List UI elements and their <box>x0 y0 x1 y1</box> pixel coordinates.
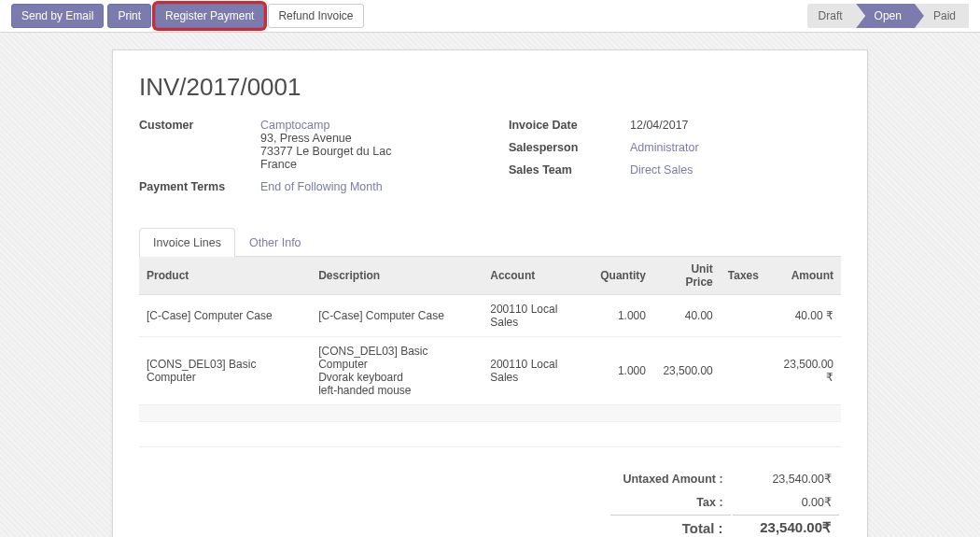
tab-invoice-lines[interactable]: Invoice Lines <box>139 228 235 257</box>
salesperson-label: Salesperson <box>509 141 630 154</box>
invoice-sheet: INV/2017/0001 Customer Camptocamp 93, Pr… <box>112 49 868 537</box>
totals-area: Untaxed Amount : 23,540.00₹ Tax : 0.00₹ … <box>139 446 841 537</box>
status-trail: Draft Open Paid <box>807 4 969 28</box>
cell-account: 200110 Local Sales <box>483 295 593 337</box>
cell-quantity: 1.000 <box>593 337 653 405</box>
cell-account: 200110 Local Sales <box>483 337 593 405</box>
untaxed-label: Untaxed Amount : <box>610 468 730 489</box>
customer-link[interactable]: Camptocamp <box>260 119 329 132</box>
untaxed-value: 23,540.00₹ <box>733 468 839 489</box>
toolbar: Send by Email Print Register Payment Ref… <box>0 0 980 33</box>
cell-unit-price: 23,500.00 <box>653 337 721 405</box>
page-title: INV/2017/0001 <box>139 73 841 102</box>
col-taxes: Taxes <box>721 257 766 295</box>
cell-amount: 40.00 ₹ <box>766 295 841 337</box>
col-description: Description <box>311 257 483 295</box>
cell-description: [CONS_DEL03] Basic Computer Dvorak keybo… <box>311 337 483 405</box>
payment-terms-label: Payment Terms <box>139 180 260 193</box>
col-product: Product <box>139 257 311 295</box>
tax-value: 0.00₹ <box>733 491 839 513</box>
tax-label: Tax : <box>610 491 730 513</box>
invoice-date-value: 12/04/2017 <box>630 119 841 132</box>
col-quantity: Quantity <box>593 257 653 295</box>
total-value: 23,540.00₹ <box>733 515 839 537</box>
cell-taxes <box>721 337 766 405</box>
col-unit-price: Unit Price <box>653 257 721 295</box>
cell-product: [CONS_DEL03] Basic Computer <box>139 337 311 405</box>
refund-invoice-button[interactable]: Refund Invoice <box>268 4 363 28</box>
cell-unit-price: 40.00 <box>653 295 721 337</box>
payment-terms-link[interactable]: End of Following Month <box>260 180 383 193</box>
tabs: Invoice Lines Other Info <box>139 227 841 257</box>
total-label: Total : <box>610 515 730 537</box>
sales-team-label: Sales Team <box>509 163 630 177</box>
cell-quantity: 1.000 <box>593 295 653 337</box>
table-header-row: Product Description Account Quantity Uni… <box>139 257 841 295</box>
invoice-date-label: Invoice Date <box>509 119 630 132</box>
cell-description: [C-Case] Computer Case <box>311 295 483 337</box>
tab-other-info[interactable]: Other Info <box>235 228 315 257</box>
register-payment-button[interactable]: Register Payment <box>155 4 264 28</box>
customer-label: Customer <box>139 119 260 171</box>
salesperson-link[interactable]: Administrator <box>630 141 699 154</box>
cell-product: [C-Case] Computer Case <box>139 295 311 337</box>
table-row[interactable]: [CONS_DEL03] Basic Computer [CONS_DEL03]… <box>139 337 841 405</box>
table-spacer <box>139 405 841 422</box>
print-button[interactable]: Print <box>107 4 151 28</box>
table-row[interactable]: [C-Case] Computer Case [C-Case] Computer… <box>139 295 841 337</box>
status-draft: Draft <box>807 4 856 28</box>
col-account: Account <box>483 257 593 295</box>
invoice-lines-table: Product Description Account Quantity Uni… <box>139 257 841 422</box>
cell-taxes <box>721 295 766 337</box>
sales-team-link[interactable]: Direct Sales <box>630 163 693 177</box>
cell-amount: 23,500.00 ₹ <box>766 337 841 405</box>
send-email-button[interactable]: Send by Email <box>11 4 104 28</box>
col-amount: Amount <box>766 257 841 295</box>
customer-address: 93, Press Avenue 73377 Le Bourget du Lac… <box>260 132 391 171</box>
